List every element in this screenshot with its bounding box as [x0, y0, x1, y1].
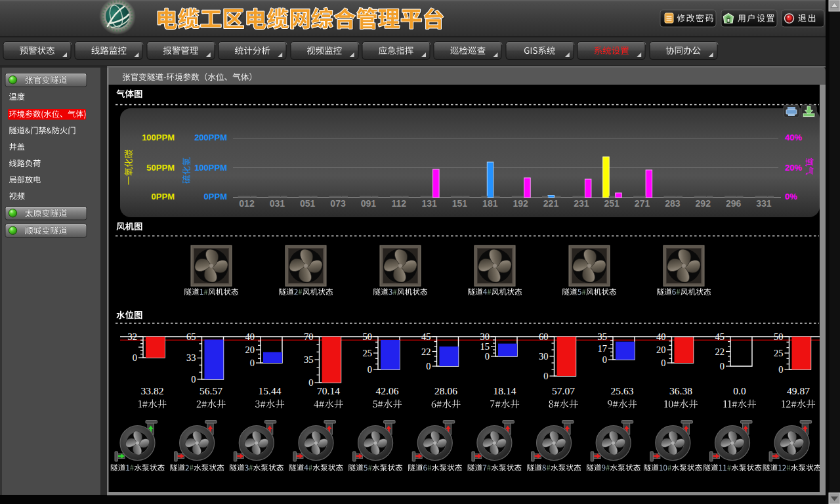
- svg-text:091: 091: [361, 198, 377, 209]
- svg-text:33.82: 33.82: [141, 385, 164, 396]
- svg-text:50PPM: 50PPM: [146, 163, 175, 173]
- svg-text:22: 22: [715, 346, 725, 357]
- svg-text:251: 251: [604, 198, 620, 209]
- svg-text:35: 35: [304, 354, 314, 365]
- svg-text:70: 70: [304, 331, 314, 342]
- svg-text:0: 0: [191, 374, 196, 385]
- svg-text:0.0: 0.0: [733, 385, 746, 396]
- svg-text:296: 296: [726, 198, 742, 209]
- svg-text:0: 0: [720, 361, 724, 371]
- svg-text:100PPM: 100PPM: [194, 163, 227, 173]
- svg-text:50: 50: [363, 331, 373, 342]
- svg-text:50: 50: [774, 331, 784, 342]
- svg-text:181: 181: [482, 198, 498, 209]
- svg-text:0: 0: [426, 361, 430, 371]
- svg-text:0PPM: 0PPM: [152, 192, 175, 201]
- svg-text:0PPM: 0PPM: [204, 192, 227, 201]
- svg-text:031: 031: [270, 198, 285, 209]
- svg-text:15: 15: [480, 341, 490, 352]
- svg-text:45: 45: [715, 331, 725, 342]
- svg-text:20: 20: [245, 345, 255, 355]
- svg-text:221: 221: [543, 198, 559, 209]
- svg-text:18.14: 18.14: [494, 385, 516, 396]
- svg-text:292: 292: [696, 198, 711, 209]
- svg-text:0: 0: [602, 354, 607, 365]
- svg-text:100PPM: 100PPM: [142, 133, 175, 142]
- svg-text:15.44: 15.44: [259, 385, 282, 396]
- svg-text:283: 283: [665, 198, 681, 209]
- svg-text:051: 051: [300, 198, 316, 209]
- svg-text:0: 0: [778, 364, 783, 375]
- svg-text:20: 20: [656, 345, 666, 355]
- svg-text:0: 0: [368, 364, 372, 375]
- svg-text:0: 0: [250, 358, 255, 368]
- svg-text:35: 35: [598, 331, 608, 342]
- svg-text:131: 131: [421, 198, 437, 209]
- svg-text:60: 60: [539, 331, 549, 342]
- svg-text:36.38: 36.38: [669, 385, 692, 396]
- svg-text:0: 0: [543, 371, 548, 381]
- svg-text:40: 40: [656, 331, 666, 342]
- svg-text:42.06: 42.06: [376, 385, 399, 396]
- svg-text:40: 40: [245, 331, 255, 342]
- svg-text:22: 22: [421, 346, 431, 357]
- svg-text:25: 25: [363, 348, 373, 358]
- svg-text:32: 32: [128, 331, 138, 342]
- svg-text:231: 231: [574, 198, 589, 209]
- svg-text:56.57: 56.57: [200, 385, 222, 396]
- svg-text:45: 45: [421, 331, 431, 342]
- svg-text:0: 0: [485, 351, 490, 362]
- svg-text:0: 0: [661, 358, 665, 368]
- svg-text:25: 25: [774, 348, 784, 358]
- svg-text:112: 112: [391, 198, 406, 209]
- svg-text:331: 331: [756, 198, 772, 209]
- svg-text:28.06: 28.06: [434, 385, 457, 396]
- svg-text:073: 073: [330, 198, 346, 209]
- svg-text:0: 0: [308, 377, 313, 388]
- svg-text:200PPM: 200PPM: [194, 133, 227, 142]
- svg-text:30: 30: [480, 331, 490, 342]
- svg-text:17: 17: [598, 343, 608, 354]
- svg-text:40%: 40%: [785, 133, 802, 142]
- svg-text:25.63: 25.63: [611, 385, 634, 396]
- svg-text:0%: 0%: [785, 192, 797, 201]
- svg-text:70.14: 70.14: [317, 385, 340, 396]
- svg-text:65: 65: [186, 331, 196, 342]
- svg-text:20%: 20%: [785, 163, 802, 173]
- svg-text:271: 271: [635, 198, 650, 209]
- svg-text:012: 012: [239, 198, 255, 209]
- svg-text:151: 151: [452, 198, 468, 209]
- svg-text:33: 33: [186, 352, 196, 363]
- svg-text:192: 192: [513, 198, 528, 209]
- svg-text:49.87: 49.87: [787, 385, 810, 396]
- svg-text:57.07: 57.07: [552, 385, 575, 396]
- svg-text:30: 30: [539, 351, 549, 362]
- svg-text:0: 0: [133, 352, 137, 363]
